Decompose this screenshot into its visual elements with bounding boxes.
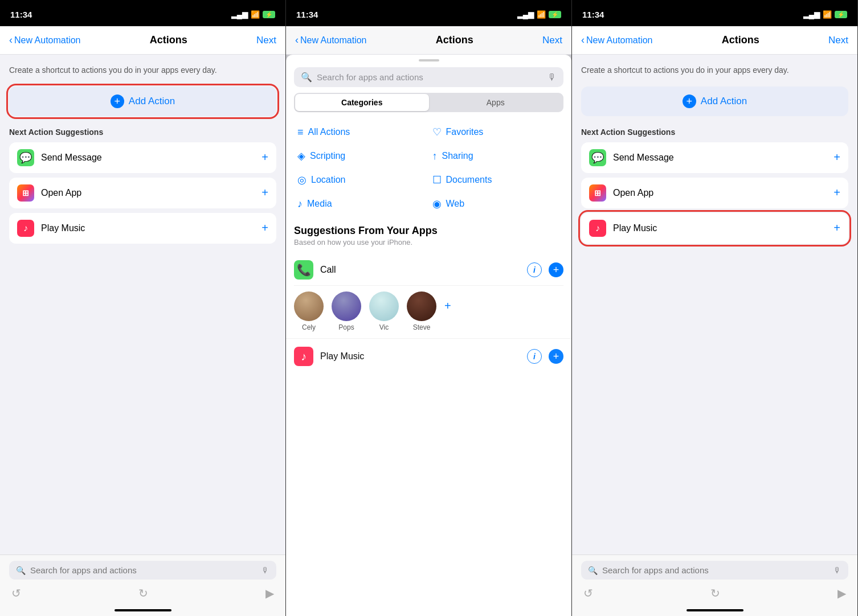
contacts-row: Cely Pops Vic Steve + — [294, 286, 563, 335]
wifi-icon-middle: 📶 — [537, 10, 546, 19]
back-button-middle[interactable]: ‹ New Automation — [295, 34, 367, 46]
status-icons-right: ▂▄▆ 📶 ⚡ — [803, 10, 847, 19]
media-label: Media — [307, 199, 332, 209]
undo-button-left[interactable]: ↺ — [11, 586, 21, 600]
open-app-label-right: Open App — [613, 188, 827, 198]
scripting-icon: ◈ — [297, 150, 305, 162]
cat-sharing[interactable]: ↑ Sharing — [429, 144, 564, 168]
mic-icon-left[interactable]: 🎙 — [262, 566, 269, 575]
location-label: Location — [311, 175, 346, 185]
documents-label: Documents — [446, 175, 492, 185]
open-app-plus-right[interactable]: + — [834, 186, 840, 199]
open-app-plus-left[interactable]: + — [262, 186, 268, 199]
page-title-left: Actions — [150, 34, 187, 46]
back-label-middle: New Automation — [300, 35, 367, 46]
call-app-icon: 📞 — [294, 260, 313, 280]
content-right: Create a shortcut to actions you do in y… — [572, 55, 857, 555]
back-label-right: New Automation — [586, 35, 653, 46]
cat-location[interactable]: ◎ Location — [294, 168, 429, 192]
suggestion-open-app-left[interactable]: ⊞ Open App + — [9, 178, 276, 208]
contact-more[interactable]: + — [444, 291, 451, 331]
wifi-icon-right: 📶 — [823, 10, 832, 19]
cat-documents[interactable]: ☐ Documents — [429, 168, 564, 192]
contact-vic[interactable]: Vic — [369, 291, 399, 331]
toolbar-right: ↺ ↻ ▶ — [581, 585, 848, 601]
home-bar-right — [687, 609, 743, 611]
suggestion-send-message-left[interactable]: 💬 Send Message + — [9, 142, 276, 173]
wifi-icon-left: 📶 — [251, 10, 260, 19]
undo-button-right[interactable]: ↺ — [583, 586, 593, 600]
back-button-right[interactable]: ‹ New Automation — [581, 34, 653, 46]
cat-scripting[interactable]: ◈ Scripting — [294, 144, 429, 168]
search-bar-right[interactable]: 🔍 🎙 — [581, 561, 848, 580]
sfa-play-music-partial[interactable]: ♪ Play Music i + — [294, 341, 563, 366]
search-input-right[interactable] — [602, 565, 829, 575]
all-actions-label: All Actions — [308, 127, 350, 137]
tab-categories[interactable]: Categories — [295, 94, 429, 111]
next-button-left[interactable]: Next — [256, 35, 276, 46]
bottom-bar-left: 🔍 🎙 ↺ ↻ ▶ — [0, 555, 285, 605]
suggestion-send-message-right[interactable]: 💬 Send Message + — [581, 142, 848, 173]
signal-icon-right: ▂▄▆ — [803, 10, 820, 19]
suggestion-play-music-left[interactable]: ♪ Play Music + — [9, 213, 276, 244]
suggestion-open-app-right[interactable]: ⊞ Open App + — [581, 178, 848, 208]
add-action-button-right[interactable]: + Add Action — [581, 87, 848, 116]
suggestion-play-music-right[interactable]: ♪ Play Music + — [581, 213, 848, 244]
contact-pops[interactable]: Pops — [332, 291, 361, 331]
web-label: Web — [446, 199, 465, 209]
sheet-handle-bar — [286, 55, 571, 64]
all-actions-icon: ≡ — [297, 126, 304, 138]
redo-button-left[interactable]: ↻ — [138, 586, 148, 600]
play-music-plus-right[interactable]: + — [834, 221, 840, 235]
contact-avatar-pops — [332, 291, 361, 321]
add-action-button-left[interactable]: + Add Action — [9, 87, 276, 116]
cat-all-actions[interactable]: ≡ All Actions — [294, 120, 429, 144]
play-music-plus-left[interactable]: + — [262, 221, 268, 235]
mic-icon-right[interactable]: 🎙 — [834, 566, 841, 575]
left-panel: 11:34 ▂▄▆ 📶 ⚡ ‹ New Automation Actions N… — [0, 0, 286, 616]
search-field-middle[interactable]: 🔍 🎙 — [294, 67, 563, 87]
sfa-subtitle: Based on how you use your iPhone. — [294, 238, 563, 247]
cat-web[interactable]: ◉ Web — [429, 192, 564, 216]
search-input-left[interactable] — [30, 565, 257, 575]
next-button-middle[interactable]: Next — [542, 35, 562, 46]
home-bar-left — [115, 609, 171, 611]
page-title-right: Actions — [722, 34, 759, 46]
contact-steve[interactable]: Steve — [407, 291, 436, 331]
sheet-handle — [419, 59, 439, 61]
status-bar-right: 11:34 ▂▄▆ 📶 ⚡ — [572, 0, 857, 26]
call-add-button[interactable]: + — [549, 262, 563, 277]
status-bar-left: 11:34 ▂▄▆ 📶 ⚡ — [0, 0, 285, 26]
send-message-plus-right[interactable]: + — [834, 151, 840, 164]
tab-apps[interactable]: Apps — [429, 94, 563, 111]
next-button-right[interactable]: Next — [828, 35, 848, 46]
sheet-search-area: 🔍 🎙 — [286, 64, 571, 93]
contact-cely[interactable]: Cely — [294, 291, 324, 331]
play-music-add-button[interactable]: + — [549, 349, 563, 364]
play-button-right[interactable]: ▶ — [837, 586, 846, 600]
cat-favorites[interactable]: ♡ Favorites — [429, 120, 564, 144]
web-icon: ◉ — [432, 198, 442, 210]
status-time-left: 11:34 — [10, 10, 32, 19]
search-bar-left[interactable]: 🔍 🎙 — [9, 561, 276, 580]
search-input-middle[interactable] — [317, 72, 543, 82]
open-app-icon-left: ⊞ — [17, 184, 34, 202]
play-button-left[interactable]: ▶ — [265, 586, 274, 600]
redo-button-right[interactable]: ↻ — [710, 586, 720, 600]
middle-panel: 11:34 ▂▄▆ 📶 ⚡ ‹ New Automation Actions N… — [286, 0, 572, 616]
sfa-call-item[interactable]: 📞 Call i + — [294, 254, 563, 286]
toolbar-left: ↺ ↻ ▶ — [9, 585, 276, 601]
partial-item-row: ♪ Play Music i + — [286, 338, 571, 366]
back-button-left[interactable]: ‹ New Automation — [9, 34, 81, 46]
sharing-icon: ↑ — [432, 150, 438, 162]
contact-name-pops: Pops — [338, 323, 354, 331]
play-music-info-button[interactable]: i — [527, 349, 542, 364]
signal-icon-middle: ▂▄▆ — [517, 10, 534, 19]
music-icon-right: ♪ — [589, 220, 606, 237]
cat-media[interactable]: ♪ Media — [294, 192, 429, 216]
call-info-button[interactable]: i — [527, 262, 542, 277]
home-indicator-left — [0, 605, 285, 616]
status-icons-middle: ▂▄▆ 📶 ⚡ — [517, 10, 561, 19]
send-message-plus-left[interactable]: + — [262, 151, 268, 164]
mic-icon-middle[interactable]: 🎙 — [548, 72, 557, 83]
